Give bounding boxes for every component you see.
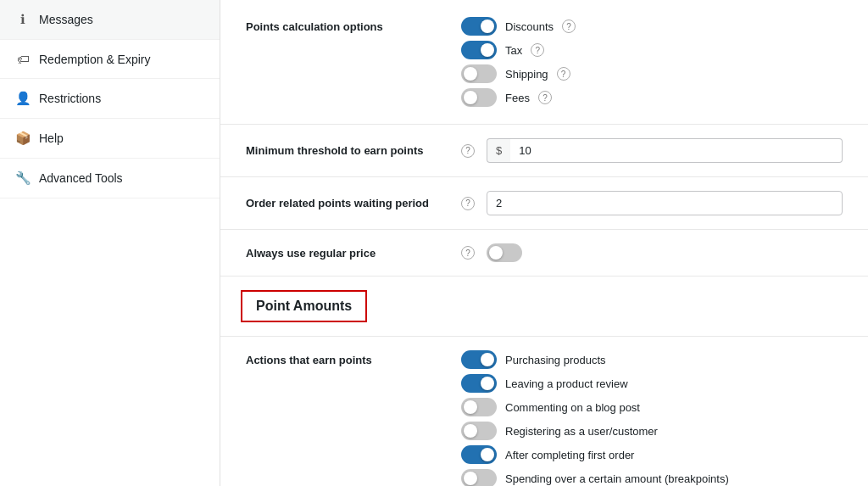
toggle-shipping-label: Shipping: [505, 68, 548, 81]
tag-icon: 🏷: [15, 52, 31, 66]
sidebar-item-help[interactable]: 📦 Help: [0, 119, 220, 159]
always-regular-price-row: Always use regular price ?: [220, 230, 868, 276]
min-threshold-help-icon[interactable]: ?: [461, 144, 475, 158]
toggle-commenting-blog[interactable]: [461, 398, 497, 416]
sidebar-item-restrictions[interactable]: 👤 Restrictions: [0, 79, 220, 119]
action-purchasing-products: Purchasing products: [461, 350, 729, 369]
action-purchasing-products-label: Purchasing products: [505, 354, 606, 366]
toggle-purchasing-products[interactable]: [461, 350, 497, 369]
tax-help-icon[interactable]: ?: [531, 43, 544, 57]
toggle-tax-label: Tax: [505, 44, 522, 57]
toggle-tax-row: Tax ?: [461, 41, 576, 59]
toggle-fees[interactable]: [461, 88, 497, 107]
discounts-help-icon[interactable]: ?: [562, 20, 576, 33]
action-registering-user-label: Registering as a user/customer: [505, 425, 658, 438]
min-threshold-input-group: $: [487, 138, 843, 163]
action-spending-breakpoints: Spending over a certain amount (breakpoi…: [461, 469, 729, 486]
user-icon: 👤: [15, 91, 31, 106]
point-amounts-section-header: Point Amounts: [220, 276, 868, 337]
points-calc-section: Points calculation options Discounts ?: [220, 0, 868, 125]
toggle-spending-breakpoints[interactable]: [461, 469, 497, 486]
sidebar-item-restrictions-label: Restrictions: [39, 92, 101, 105]
action-first-order-label: After completing first order: [505, 449, 634, 461]
toggle-shipping-row: Shipping ?: [461, 64, 576, 83]
toggle-fees-row: Fees ?: [461, 88, 576, 107]
main-content: Points calculation options Discounts ?: [220, 0, 868, 486]
toggle-leaving-review[interactable]: [461, 374, 497, 393]
sidebar-item-redemption-expiry-label: Redemption & Expiry: [39, 53, 151, 66]
toggle-registering-user[interactable]: [461, 422, 497, 440]
toggle-tax[interactable]: [461, 41, 497, 59]
action-leaving-review: Leaving a product review: [461, 374, 729, 393]
sidebar-item-help-label: Help: [39, 131, 64, 145]
sidebar: ℹ Messages 🏷 Redemption & Expiry 👤 Restr…: [0, 0, 220, 486]
info-icon: ℹ: [15, 12, 31, 27]
toggle-discounts-label: Discounts: [505, 20, 554, 33]
action-leaving-review-label: Leaving a product review: [505, 377, 628, 390]
actions-list: Purchasing products Leaving a product re…: [461, 350, 729, 486]
toggle-first-order[interactable]: [461, 445, 497, 464]
actions-row: Actions that earn points Purchasing prod…: [220, 337, 868, 486]
toggle-fees-label: Fees: [505, 92, 530, 104]
points-calc-row: Points calculation options Discounts ?: [220, 7, 868, 117]
point-amounts-title: Point Amounts: [241, 290, 367, 322]
toggle-discounts-row: Discounts ?: [461, 17, 576, 36]
sidebar-item-messages[interactable]: ℹ Messages: [0, 0, 220, 40]
action-registering-user: Registering as a user/customer: [461, 422, 729, 440]
toggle-discounts[interactable]: [461, 17, 497, 36]
always-regular-price-label: Always use regular price: [246, 247, 449, 260]
actions-label: Actions that earn points: [246, 350, 449, 366]
min-threshold-input[interactable]: [510, 138, 843, 163]
action-commenting-blog-label: Commenting on a blog post: [505, 401, 640, 414]
shipping-help-icon[interactable]: ?: [557, 67, 570, 81]
order-waiting-help-icon[interactable]: ?: [461, 197, 475, 210]
order-waiting-input[interactable]: [487, 191, 843, 215]
action-first-order: After completing first order: [461, 445, 729, 464]
toggle-always-regular[interactable]: [487, 243, 522, 262]
wrench-icon: 🔧: [15, 170, 31, 186]
order-waiting-label: Order related points waiting period: [246, 197, 449, 209]
min-threshold-row: Minimum threshold to earn points ? $: [220, 125, 868, 177]
sidebar-item-redemption-expiry[interactable]: 🏷 Redemption & Expiry: [0, 40, 220, 79]
fees-help-icon[interactable]: ?: [538, 91, 552, 104]
action-spending-breakpoints-label: Spending over a certain amount (breakpoi…: [505, 472, 729, 485]
order-waiting-row: Order related points waiting period ?: [220, 177, 868, 230]
sidebar-item-advanced-tools[interactable]: 🔧 Advanced Tools: [0, 159, 220, 198]
min-threshold-label: Minimum threshold to earn points: [246, 144, 449, 157]
points-calc-toggles: Discounts ? Tax ?: [461, 17, 576, 107]
min-threshold-prefix: $: [487, 138, 510, 163]
action-commenting-blog: Commenting on a blog post: [461, 398, 729, 416]
help-box-icon: 📦: [15, 131, 31, 146]
always-regular-help-icon[interactable]: ?: [461, 246, 475, 260]
sidebar-item-advanced-tools-label: Advanced Tools: [39, 171, 123, 185]
toggle-shipping[interactable]: [461, 64, 497, 83]
sidebar-item-messages-label: Messages: [39, 13, 93, 26]
points-calc-label: Points calculation options: [246, 17, 449, 33]
